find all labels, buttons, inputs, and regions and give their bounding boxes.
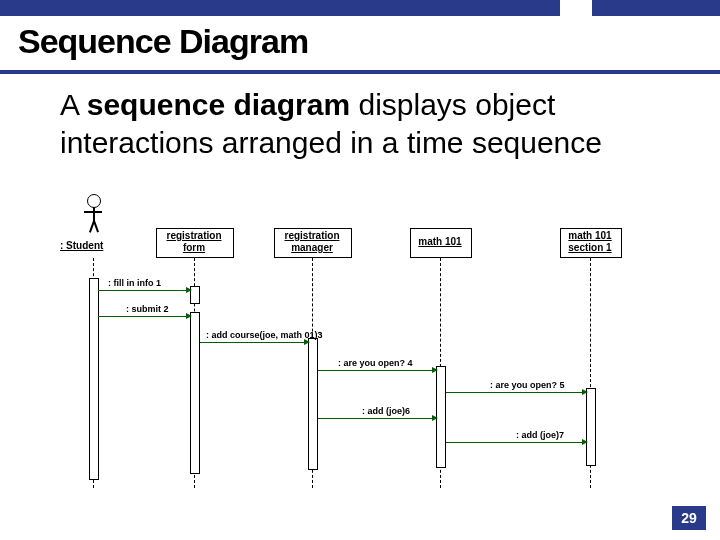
activation-math101s1 <box>586 388 596 466</box>
arrow-m3 <box>200 342 306 343</box>
slide-title: Sequence Diagram <box>18 22 308 61</box>
header-bar <box>0 0 720 16</box>
arrow-m6 <box>318 418 434 419</box>
slide-number: 29 <box>672 506 706 530</box>
title-block: Sequence Diagram <box>0 16 720 74</box>
arrowhead-m7 <box>582 439 588 445</box>
label-regform-l2: form <box>156 242 232 254</box>
arrow-m7 <box>446 442 584 443</box>
label-student: : Student <box>60 240 120 252</box>
body-prefix: A <box>60 88 87 121</box>
arrow-m2 <box>98 316 188 317</box>
arrowhead-m1 <box>186 287 192 293</box>
label-regmgr-l2: manager <box>274 242 350 254</box>
activation-regmgr <box>308 338 318 470</box>
msg-fill-in-info: : fill in info 1 <box>108 278 161 288</box>
arrow-m5 <box>446 392 584 393</box>
activation-student <box>89 278 99 480</box>
msg-are-you-open-5: : are you open? 5 <box>490 380 565 390</box>
arrow-m1 <box>98 290 188 291</box>
arrowhead-m5 <box>582 389 588 395</box>
arrowhead-m4 <box>432 367 438 373</box>
arrowhead-m2 <box>186 313 192 319</box>
label-math101s1-l1: math 101 <box>560 230 620 242</box>
body-text: A sequence diagram displays object inter… <box>60 86 680 162</box>
sequence-diagram: : Student registration form registration… <box>60 198 680 498</box>
msg-add-joe-7: : add (joe)7 <box>516 430 564 440</box>
activation-regform-2 <box>190 312 200 474</box>
msg-add-course: : add course(joe, math 01)3 <box>206 330 323 340</box>
header-bar-gap <box>560 0 592 16</box>
label-regform-l1: registration <box>156 230 232 242</box>
arrowhead-m6 <box>432 415 438 421</box>
msg-are-you-open-4: : are you open? 4 <box>338 358 413 368</box>
label-math101: math 101 <box>410 236 470 248</box>
arrow-m4 <box>318 370 434 371</box>
msg-submit: : submit 2 <box>126 304 169 314</box>
label-regmgr-l1: registration <box>274 230 350 242</box>
msg-add-joe-6: : add (joe)6 <box>362 406 410 416</box>
label-math101s1-l2: section 1 <box>560 242 620 254</box>
body-bold: sequence diagram <box>87 88 350 121</box>
